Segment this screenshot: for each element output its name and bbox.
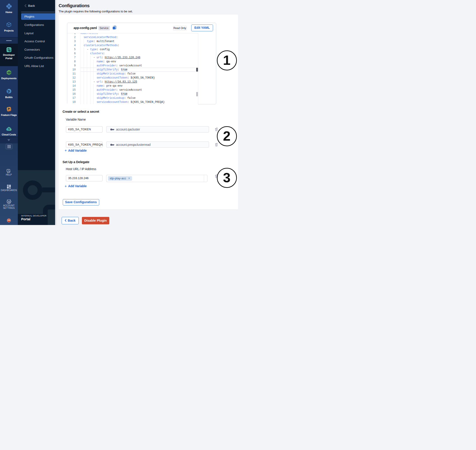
svg-text:?: ? [8, 169, 9, 172]
svg-text:$: $ [8, 128, 10, 130]
